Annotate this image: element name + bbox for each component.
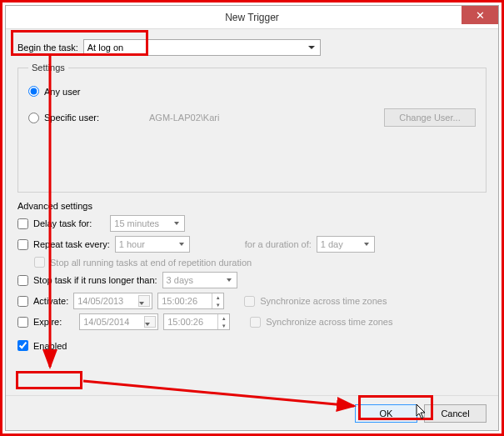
repeat-task-combo[interactable]: 1 hour	[115, 236, 190, 253]
calendar-icon	[144, 316, 156, 328]
cancel-button[interactable]: Cancel	[424, 404, 487, 423]
activate-time[interactable]: 15:00:26▲▼	[157, 293, 224, 309]
stop-if-label: Stop task if it runs longer than:	[33, 275, 157, 285]
expire-sync-label: Synchronize across time zones	[266, 317, 392, 327]
enabled-label: Enabled	[33, 341, 67, 351]
close-icon: ✕	[476, 9, 485, 22]
enabled-checkbox[interactable]	[17, 340, 28, 351]
any-user-label: Any user	[44, 87, 80, 97]
expire-date[interactable]: 14/05/2014	[79, 313, 158, 330]
change-user-button[interactable]: Change User...	[384, 108, 476, 127]
specific-user-radio[interactable]	[28, 113, 39, 123]
begin-task-select[interactable]: At log on	[83, 39, 321, 56]
settings-legend: Settings	[28, 63, 68, 73]
repeat-task-checkbox[interactable]	[17, 239, 28, 250]
close-button[interactable]: ✕	[462, 6, 498, 24]
expire-time[interactable]: 15:00:26▲▼	[163, 313, 230, 330]
dialog-content: Begin the task: At log on Settings Any u…	[6, 29, 498, 395]
activate-checkbox[interactable]	[17, 296, 28, 307]
repeat-task-label: Repeat task every:	[33, 239, 110, 249]
dialog-footer: OK Cancel	[6, 395, 498, 430]
activate-sync-label: Synchronize across time zones	[260, 296, 387, 306]
spinner-icon: ▲▼	[212, 293, 223, 308]
settings-group: Settings Any user Specific user: AGM-LAP…	[17, 63, 487, 193]
ok-button[interactable]: OK	[355, 404, 417, 423]
titlebar: New Trigger ✕	[6, 6, 498, 29]
delay-task-label: Delay task for:	[33, 218, 92, 228]
begin-task-value: At log on	[87, 43, 123, 53]
stop-all-label: Stop all running tasks at end of repetit…	[50, 258, 252, 268]
duration-label: for a duration of:	[245, 239, 312, 249]
specific-user-label: Specific user:	[44, 113, 99, 123]
specific-user-value: AGM-LAP02\Kari	[149, 113, 219, 123]
begin-task-label: Begin the task:	[17, 43, 78, 53]
stop-if-checkbox[interactable]	[17, 275, 28, 286]
duration-combo[interactable]: 1 day	[317, 236, 375, 253]
advanced-heading: Advanced settings	[17, 201, 487, 211]
expire-label: Expire:	[33, 317, 62, 327]
stop-if-combo[interactable]: 3 days	[162, 272, 237, 288]
activate-label: Activate:	[33, 296, 68, 306]
activate-sync-checkbox	[244, 296, 255, 307]
calendar-icon	[138, 295, 150, 307]
dialog-window: New Trigger ✕ Begin the task: At log on …	[5, 5, 499, 431]
spinner-icon: ▲▼	[217, 314, 229, 329]
stop-all-checkbox	[34, 257, 45, 268]
delay-task-combo[interactable]: 15 minutes	[110, 215, 185, 232]
expire-sync-checkbox	[250, 317, 261, 328]
window-title: New Trigger	[225, 12, 279, 23]
delay-task-checkbox[interactable]	[17, 218, 28, 229]
expire-checkbox[interactable]	[17, 317, 28, 328]
any-user-radio[interactable]	[28, 86, 39, 97]
activate-date[interactable]: 14/05/2013	[73, 293, 152, 309]
